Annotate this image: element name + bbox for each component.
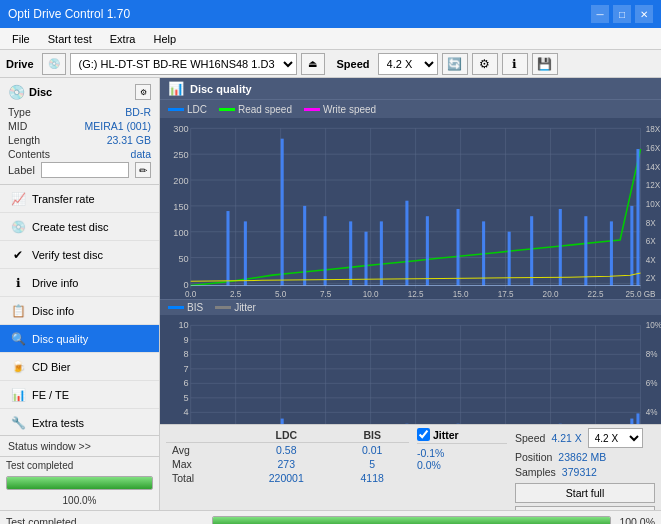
speed-select-stats[interactable]: 4.2 X — [588, 428, 643, 448]
svg-rect-51 — [349, 221, 352, 285]
svg-rect-52 — [364, 232, 367, 286]
speed-value: 4.21 X — [551, 432, 581, 444]
upper-chart: 300 250 200 150 100 50 0 18X 16X 14X 12X… — [160, 118, 661, 300]
sidebar-item-transfer-rate[interactable]: 📈 Transfer rate — [0, 185, 159, 213]
stats-row-max: Max 273 5 — [166, 457, 409, 471]
legend-write-label: Write speed — [323, 104, 376, 115]
sidebar-item-extra-tests[interactable]: 🔧 Extra tests — [0, 409, 159, 435]
svg-text:6%: 6% — [646, 379, 658, 388]
nav-label-create-test-disc: Create test disc — [32, 221, 108, 233]
svg-text:5: 5 — [184, 393, 189, 403]
col-ldc: LDC — [237, 428, 335, 443]
minimize-button[interactable]: ─ — [591, 5, 609, 23]
menu-extra[interactable]: Extra — [102, 31, 144, 47]
menu-start-test[interactable]: Start test — [40, 31, 100, 47]
svg-rect-57 — [482, 221, 485, 285]
status-window-link[interactable]: Status window >> — [0, 435, 159, 456]
nav-items: 📈 Transfer rate 💿 Create test disc ✔ Ver… — [0, 185, 159, 435]
start-part-button[interactable]: Start part — [515, 506, 655, 510]
length-value: 23.31 GB — [107, 134, 151, 146]
bottom-progress-fill — [213, 517, 610, 525]
refresh-button[interactable]: 🔄 — [442, 53, 468, 75]
sidebar-item-disc-info[interactable]: 📋 Disc info — [0, 297, 159, 325]
label-input[interactable] — [41, 162, 129, 178]
progress-status: Test completed — [6, 460, 73, 471]
position-row: Position 23862 MB — [515, 451, 655, 463]
svg-rect-46 — [226, 211, 229, 285]
label-edit-btn[interactable]: ✏ — [135, 162, 151, 178]
max-ldc: 273 — [237, 457, 335, 471]
mid-label: MID — [8, 120, 27, 132]
sidebar-item-drive-info[interactable]: ℹ Drive info — [0, 269, 159, 297]
svg-rect-50 — [324, 216, 327, 285]
avg-label: Avg — [166, 443, 237, 458]
svg-text:7.5: 7.5 — [320, 290, 332, 299]
eject-button[interactable]: ⏏ — [301, 53, 325, 75]
label-label: Label — [8, 164, 35, 176]
verify-disc-icon: ✔ — [10, 248, 26, 262]
total-label: Total — [166, 471, 237, 485]
nav-label-extra-tests: Extra tests — [32, 417, 84, 429]
svg-rect-130 — [630, 418, 633, 424]
disc-icon: 💿 — [8, 84, 25, 100]
start-full-button[interactable]: Start full — [515, 483, 655, 503]
menu-help[interactable]: Help — [145, 31, 184, 47]
position-label: Position — [515, 451, 552, 463]
close-button[interactable]: ✕ — [635, 5, 653, 23]
svg-rect-56 — [457, 209, 460, 286]
svg-text:2.5: 2.5 — [230, 290, 242, 299]
extra-tests-icon: 🔧 — [10, 416, 26, 430]
settings-button[interactable]: ⚙ — [472, 53, 498, 75]
chart-header: 📊 Disc quality — [160, 78, 661, 100]
sidebar-item-cd-bier[interactable]: 🍺 CD Bier — [0, 353, 159, 381]
mid-value: MEIRA1 (001) — [84, 120, 151, 132]
progress-percent: 100.0% — [63, 495, 97, 506]
stats-row-total: Total 220001 4118 — [166, 471, 409, 485]
max-label: Max — [166, 457, 237, 471]
jitter-max-val: 0.0% — [417, 459, 507, 471]
type-label: Type — [8, 106, 31, 118]
speed-label: Speed — [515, 432, 545, 444]
stats-right: Speed 4.21 X 4.2 X Position 23862 MB Sam… — [515, 428, 655, 510]
window-controls: ─ □ ✕ — [591, 5, 653, 23]
sidebar-item-disc-quality[interactable]: 🔍 Disc quality — [0, 325, 159, 353]
legend-read-speed: Read speed — [219, 104, 292, 115]
cd-bier-icon: 🍺 — [10, 360, 26, 374]
menu-file[interactable]: File — [4, 31, 38, 47]
drive-select[interactable]: (G:) HL-DT-ST BD-RE WH16NS48 1.D3 — [70, 53, 297, 75]
nav-label-disc-info: Disc info — [32, 305, 74, 317]
save-button[interactable]: 💾 — [532, 53, 558, 75]
nav-label-verify-test-disc: Verify test disc — [32, 249, 103, 261]
jitter-checkbox[interactable] — [417, 428, 430, 441]
svg-rect-55 — [426, 216, 429, 285]
create-disc-icon: 💿 — [10, 220, 26, 234]
svg-text:0.0: 0.0 — [185, 290, 197, 299]
disc-settings-btn[interactable]: ⚙ — [135, 84, 151, 100]
chart-header-title: Disc quality — [190, 83, 252, 95]
svg-text:9: 9 — [184, 335, 189, 345]
app-title: Opti Drive Control 1.70 — [8, 7, 130, 21]
col-bis: BIS — [335, 428, 409, 443]
info-button[interactable]: ℹ — [502, 53, 528, 75]
disc-panel: 💿 Disc ⚙ Type BD-R MID MEIRA1 (001) Leng… — [0, 78, 159, 185]
jitter-section: Jitter -0.1% 0.0% — [417, 428, 507, 471]
legend-ldc-color — [168, 108, 184, 111]
sidebar-item-fe-te[interactable]: 📊 FE / TE — [0, 381, 159, 409]
svg-text:22.5: 22.5 — [588, 290, 604, 299]
sidebar-item-verify-test-disc[interactable]: ✔ Verify test disc — [0, 241, 159, 269]
maximize-button[interactable]: □ — [613, 5, 631, 23]
legend-bis-color — [168, 306, 184, 309]
svg-text:6: 6 — [184, 378, 189, 388]
total-ldc: 220001 — [237, 471, 335, 485]
svg-text:8: 8 — [184, 349, 189, 359]
speed-row: Speed 4.21 X 4.2 X — [515, 428, 655, 448]
sidebar-item-create-test-disc[interactable]: 💿 Create test disc — [0, 213, 159, 241]
legend-bis: BIS — [168, 302, 203, 313]
drive-icon-btn[interactable]: 💿 — [42, 53, 66, 75]
legend-write-speed: Write speed — [304, 104, 376, 115]
svg-text:0: 0 — [184, 280, 189, 290]
svg-rect-64 — [636, 149, 639, 285]
speed-select[interactable]: 4.2 X — [378, 53, 438, 75]
svg-rect-60 — [559, 209, 562, 286]
svg-text:18X: 18X — [646, 125, 661, 134]
